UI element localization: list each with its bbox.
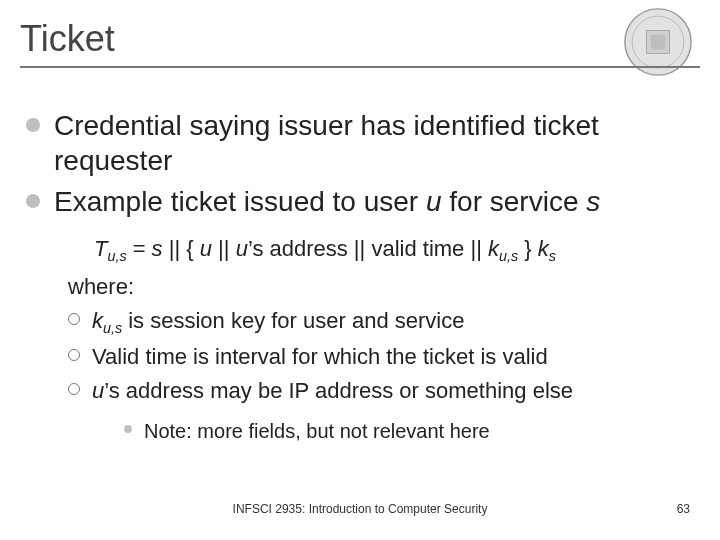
f-u2: u — [236, 236, 248, 261]
s1-rest: is session key for user and service — [122, 308, 464, 333]
sub-bullet-2-text: Valid time is interval for which the tic… — [92, 341, 548, 373]
f-addr: ’s address || valid time || — [248, 236, 488, 261]
s1-k: k — [92, 308, 103, 333]
b2-pre: Example ticket issued to user — [54, 186, 426, 217]
bullet-2-text: Example ticket issued to user u for serv… — [54, 184, 600, 219]
sub-bullet-1-text: ku,s is session key for user and service — [92, 305, 464, 339]
f-T: T — [94, 236, 107, 261]
hollow-bullet-icon — [68, 349, 80, 361]
hollow-bullet-icon — [68, 383, 80, 395]
bullet-1: Credential saying issuer has identified … — [26, 108, 694, 178]
formula-block: Tu,s = s || { u || u’s address || valid … — [94, 233, 694, 446]
note-text: Note: more fields, but not relevant here — [144, 417, 490, 446]
f-s: s — [152, 236, 163, 261]
f-eq: = — [127, 236, 152, 261]
f-k-sub: u,s — [499, 248, 518, 264]
f-close: } — [518, 236, 538, 261]
f-u: u — [200, 236, 212, 261]
small-bullet-icon — [124, 425, 132, 433]
s3-rest: ’s address may be IP address or somethin… — [104, 378, 573, 403]
f-k2: k — [538, 236, 549, 261]
slide-title: Ticket — [20, 18, 700, 60]
b2-mid: for service — [442, 186, 587, 217]
f-open: || { — [163, 236, 200, 261]
bullet-2: Example ticket issued to user u for serv… — [26, 184, 694, 219]
b2-s: s — [586, 186, 600, 217]
content-area: Credential saying issuer has identified … — [26, 108, 694, 446]
s3-u: u — [92, 378, 104, 403]
ticket-formula: Tu,s = s || { u || u’s address || valid … — [94, 233, 694, 267]
s1-sub: u,s — [103, 320, 122, 336]
title-underline — [20, 66, 700, 68]
sub-bullet-1: ku,s is session key for user and service — [68, 305, 694, 339]
f-k: k — [488, 236, 499, 261]
footer-course: INFSCI 2935: Introduction to Computer Se… — [0, 502, 720, 516]
bullet-dot-icon — [26, 194, 40, 208]
f-bars1: || — [212, 236, 236, 261]
title-bar: Ticket — [20, 18, 700, 68]
bullet-dot-icon — [26, 118, 40, 132]
bullet-1-text: Credential saying issuer has identified … — [54, 108, 694, 178]
sub-bullet-3: u’s address may be IP address or somethi… — [68, 375, 694, 407]
hollow-bullet-icon — [68, 313, 80, 325]
f-sub-us: u,s — [107, 248, 126, 264]
f-k2-sub: s — [549, 248, 556, 264]
note-bullet: Note: more fields, but not relevant here — [124, 417, 694, 446]
slide: Ticket Credential saying issuer has iden… — [0, 0, 720, 540]
sub-bullet-2: Valid time is interval for which the tic… — [68, 341, 694, 373]
where-label: where: — [68, 271, 694, 303]
sub-bullet-3-text: u’s address may be IP address or somethi… — [92, 375, 573, 407]
b2-u: u — [426, 186, 442, 217]
footer-page-number: 63 — [677, 502, 690, 516]
